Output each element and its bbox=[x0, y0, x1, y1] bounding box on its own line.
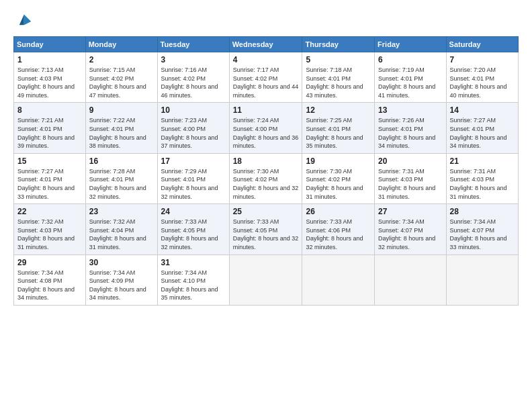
calendar-day: 28 Sunrise: 7:34 AM Sunset: 4:07 PM Dayl… bbox=[446, 204, 518, 255]
weekday-header: Friday bbox=[375, 37, 446, 52]
calendar-day: 5 Sunrise: 7:18 AM Sunset: 4:01 PM Dayli… bbox=[302, 52, 375, 103]
day-info: Sunrise: 7:27 AM Sunset: 4:01 PM Dayligh… bbox=[450, 116, 515, 150]
day-info: Sunrise: 7:24 AM Sunset: 4:00 PM Dayligh… bbox=[233, 116, 299, 150]
day-info: Sunrise: 7:18 AM Sunset: 4:01 PM Dayligh… bbox=[306, 66, 371, 99]
day-info: Sunrise: 7:31 AM Sunset: 4:03 PM Dayligh… bbox=[450, 167, 515, 201]
calendar-week: 8 Sunrise: 7:21 AM Sunset: 4:01 PM Dayli… bbox=[14, 103, 519, 153]
day-info: Sunrise: 7:32 AM Sunset: 4:04 PM Dayligh… bbox=[89, 218, 154, 251]
day-number: 29 bbox=[17, 258, 82, 267]
calendar-day: 23 Sunrise: 7:32 AM Sunset: 4:04 PM Dayl… bbox=[85, 204, 157, 255]
calendar-day: 8 Sunrise: 7:21 AM Sunset: 4:01 PM Dayli… bbox=[14, 103, 86, 153]
calendar-day bbox=[375, 255, 446, 305]
day-number: 17 bbox=[161, 156, 226, 166]
day-number: 5 bbox=[306, 55, 371, 64]
svg-marker-1 bbox=[19, 15, 24, 26]
calendar-day: 30 Sunrise: 7:34 AM Sunset: 4:09 PM Dayl… bbox=[85, 255, 157, 305]
day-info: Sunrise: 7:34 AM Sunset: 4:07 PM Dayligh… bbox=[378, 218, 442, 251]
day-number: 20 bbox=[378, 156, 442, 166]
calendar-day: 15 Sunrise: 7:27 AM Sunset: 4:01 PM Dayl… bbox=[14, 153, 86, 203]
day-info: Sunrise: 7:33 AM Sunset: 4:05 PM Dayligh… bbox=[233, 218, 299, 251]
day-info: Sunrise: 7:33 AM Sunset: 4:05 PM Dayligh… bbox=[161, 218, 226, 251]
day-info: Sunrise: 7:34 AM Sunset: 4:10 PM Dayligh… bbox=[161, 269, 226, 302]
day-number: 28 bbox=[450, 207, 515, 216]
calendar-day: 21 Sunrise: 7:31 AM Sunset: 4:03 PM Dayl… bbox=[446, 153, 518, 203]
day-number: 1 bbox=[17, 55, 82, 64]
day-info: Sunrise: 7:28 AM Sunset: 4:01 PM Dayligh… bbox=[89, 167, 154, 201]
day-number: 19 bbox=[306, 156, 371, 166]
calendar-day: 24 Sunrise: 7:33 AM Sunset: 4:05 PM Dayl… bbox=[157, 204, 229, 255]
calendar-day: 14 Sunrise: 7:27 AM Sunset: 4:01 PM Dayl… bbox=[446, 103, 518, 153]
calendar-day: 31 Sunrise: 7:34 AM Sunset: 4:10 PM Dayl… bbox=[157, 255, 229, 305]
header bbox=[13, 12, 519, 31]
day-info: Sunrise: 7:19 AM Sunset: 4:01 PM Dayligh… bbox=[378, 66, 442, 99]
day-info: Sunrise: 7:32 AM Sunset: 4:03 PM Dayligh… bbox=[17, 218, 82, 251]
weekday-header: Sunday bbox=[14, 37, 86, 52]
day-number: 15 bbox=[17, 156, 82, 166]
day-info: Sunrise: 7:23 AM Sunset: 4:00 PM Dayligh… bbox=[161, 116, 226, 150]
calendar-day bbox=[446, 255, 518, 305]
calendar-day: 20 Sunrise: 7:31 AM Sunset: 4:03 PM Dayl… bbox=[375, 153, 446, 203]
day-info: Sunrise: 7:15 AM Sunset: 4:02 PM Dayligh… bbox=[89, 66, 154, 99]
calendar-week: 22 Sunrise: 7:32 AM Sunset: 4:03 PM Dayl… bbox=[14, 204, 519, 255]
calendar-day: 10 Sunrise: 7:23 AM Sunset: 4:00 PM Dayl… bbox=[157, 103, 229, 153]
calendar-day: 27 Sunrise: 7:34 AM Sunset: 4:07 PM Dayl… bbox=[375, 204, 446, 255]
day-number: 16 bbox=[89, 156, 154, 166]
day-number: 8 bbox=[17, 105, 82, 115]
day-number: 26 bbox=[306, 207, 371, 216]
calendar: SundayMondayTuesdayWednesdayThursdayFrid… bbox=[13, 36, 519, 306]
calendar-day: 7 Sunrise: 7:20 AM Sunset: 4:01 PM Dayli… bbox=[446, 52, 518, 103]
day-number: 22 bbox=[17, 207, 82, 216]
calendar-week: 29 Sunrise: 7:34 AM Sunset: 4:08 PM Dayl… bbox=[14, 255, 519, 305]
page: SundayMondayTuesdayWednesdayThursdayFrid… bbox=[0, 0, 532, 411]
calendar-day: 11 Sunrise: 7:24 AM Sunset: 4:00 PM Dayl… bbox=[229, 103, 302, 153]
logo-icon bbox=[13, 12, 32, 31]
day-number: 7 bbox=[450, 55, 515, 64]
weekday-header: Tuesday bbox=[157, 37, 229, 52]
day-number: 18 bbox=[233, 156, 299, 166]
calendar-day: 18 Sunrise: 7:30 AM Sunset: 4:02 PM Dayl… bbox=[229, 153, 302, 203]
day-number: 31 bbox=[161, 258, 226, 267]
day-info: Sunrise: 7:16 AM Sunset: 4:02 PM Dayligh… bbox=[161, 66, 226, 99]
day-number: 21 bbox=[450, 156, 515, 166]
day-info: Sunrise: 7:25 AM Sunset: 4:01 PM Dayligh… bbox=[306, 116, 371, 150]
day-number: 10 bbox=[161, 105, 226, 115]
day-number: 13 bbox=[378, 105, 442, 115]
day-info: Sunrise: 7:13 AM Sunset: 4:03 PM Dayligh… bbox=[17, 66, 82, 99]
calendar-day: 26 Sunrise: 7:33 AM Sunset: 4:06 PM Dayl… bbox=[302, 204, 375, 255]
day-number: 9 bbox=[89, 105, 154, 115]
day-info: Sunrise: 7:22 AM Sunset: 4:01 PM Dayligh… bbox=[89, 116, 154, 150]
day-number: 12 bbox=[306, 105, 371, 115]
weekday-header: Wednesday bbox=[229, 37, 302, 52]
day-info: Sunrise: 7:31 AM Sunset: 4:03 PM Dayligh… bbox=[378, 167, 442, 201]
day-info: Sunrise: 7:27 AM Sunset: 4:01 PM Dayligh… bbox=[17, 167, 82, 201]
weekday-header: Thursday bbox=[302, 37, 375, 52]
calendar-day: 17 Sunrise: 7:29 AM Sunset: 4:01 PM Dayl… bbox=[157, 153, 229, 203]
calendar-day: 2 Sunrise: 7:15 AM Sunset: 4:02 PM Dayli… bbox=[85, 52, 157, 103]
day-number: 14 bbox=[450, 105, 515, 115]
day-info: Sunrise: 7:26 AM Sunset: 4:01 PM Dayligh… bbox=[378, 116, 442, 150]
day-info: Sunrise: 7:21 AM Sunset: 4:01 PM Dayligh… bbox=[17, 116, 82, 150]
calendar-week: 15 Sunrise: 7:27 AM Sunset: 4:01 PM Dayl… bbox=[14, 153, 519, 203]
day-info: Sunrise: 7:17 AM Sunset: 4:02 PM Dayligh… bbox=[233, 66, 299, 99]
calendar-week: 1 Sunrise: 7:13 AM Sunset: 4:03 PM Dayli… bbox=[14, 52, 519, 103]
day-info: Sunrise: 7:29 AM Sunset: 4:01 PM Dayligh… bbox=[161, 167, 226, 201]
logo bbox=[13, 12, 35, 31]
day-number: 3 bbox=[161, 55, 226, 64]
calendar-day: 19 Sunrise: 7:30 AM Sunset: 4:02 PM Dayl… bbox=[302, 153, 375, 203]
calendar-day bbox=[229, 255, 302, 305]
day-number: 2 bbox=[89, 55, 154, 64]
calendar-day: 4 Sunrise: 7:17 AM Sunset: 4:02 PM Dayli… bbox=[229, 52, 302, 103]
calendar-day: 1 Sunrise: 7:13 AM Sunset: 4:03 PM Dayli… bbox=[14, 52, 86, 103]
calendar-day: 12 Sunrise: 7:25 AM Sunset: 4:01 PM Dayl… bbox=[302, 103, 375, 153]
day-info: Sunrise: 7:34 AM Sunset: 4:08 PM Dayligh… bbox=[17, 269, 82, 302]
day-number: 30 bbox=[89, 258, 154, 267]
day-number: 4 bbox=[233, 55, 299, 64]
calendar-day: 22 Sunrise: 7:32 AM Sunset: 4:03 PM Dayl… bbox=[14, 204, 86, 255]
calendar-day: 29 Sunrise: 7:34 AM Sunset: 4:08 PM Dayl… bbox=[14, 255, 86, 305]
calendar-body: 1 Sunrise: 7:13 AM Sunset: 4:03 PM Dayli… bbox=[14, 52, 519, 306]
day-info: Sunrise: 7:20 AM Sunset: 4:01 PM Dayligh… bbox=[450, 66, 515, 99]
day-info: Sunrise: 7:34 AM Sunset: 4:09 PM Dayligh… bbox=[89, 269, 154, 302]
calendar-day: 3 Sunrise: 7:16 AM Sunset: 4:02 PM Dayli… bbox=[157, 52, 229, 103]
calendar-day: 13 Sunrise: 7:26 AM Sunset: 4:01 PM Dayl… bbox=[375, 103, 446, 153]
calendar-day: 16 Sunrise: 7:28 AM Sunset: 4:01 PM Dayl… bbox=[85, 153, 157, 203]
